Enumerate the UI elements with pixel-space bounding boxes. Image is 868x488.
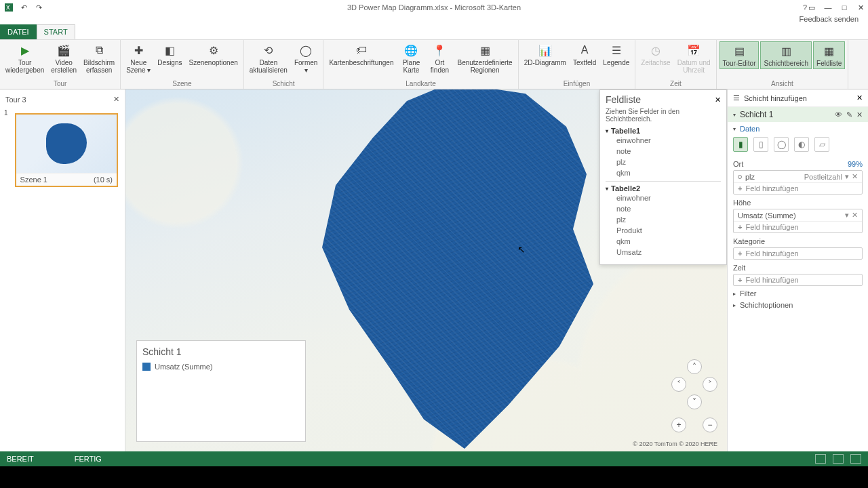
map-navigation: ˄ ˂ ˃ ˅ + − (671, 359, 717, 432)
add-height-field[interactable]: +Feld hinzufügen (734, 222, 862, 232)
timeline-button: ◷Zeitachse (638, 41, 673, 68)
section-data[interactable]: Daten (740, 125, 760, 133)
scene-thumbnail[interactable]: Szene 1 (10 s) (15, 113, 118, 187)
field-t2-plz[interactable]: plz (606, 214, 721, 225)
field-t1-einwohner[interactable]: einwohner (606, 135, 721, 146)
ribbon-tabs: DATEI START (0, 24, 868, 39)
section-layer-options[interactable]: ▸Schichtoptionen (733, 298, 863, 309)
ribbon-collapse-icon[interactable]: ▭ (807, 3, 816, 12)
group-scene: Szene (172, 79, 191, 89)
scene-index: 1 (0, 109, 8, 191)
minimize-icon[interactable]: — (823, 3, 833, 12)
scene-options-button[interactable]: ⚙Szenenoptionen (186, 41, 240, 68)
zoom-out-button[interactable]: − (703, 418, 717, 432)
status-ready: BEREIT (7, 455, 34, 463)
ribbon: ▶Tour wiedergeben 🎬Video erstellen ⧉Bild… (0, 39, 868, 89)
datetime-button: 📅Datum und Uhrzeit (675, 41, 713, 75)
field-t1-plz[interactable]: plz (606, 157, 721, 167)
ort-field-row[interactable]: plz Postleitzahl▾✕ (734, 171, 862, 183)
view-mode-3[interactable] (850, 454, 861, 464)
layer-pane-button[interactable]: ▥Schichtbereich (760, 41, 812, 69)
group-layer: Schicht (273, 79, 295, 89)
shapes-button[interactable]: ◯Formen ▾ (292, 41, 320, 75)
field-t2-produkt[interactable]: Produkt (606, 225, 721, 236)
custom-regions-button[interactable]: ▦Benutzerdefinierte Regionen (454, 41, 515, 75)
new-scene-button[interactable]: ✚Neue Szene ▾ (123, 41, 153, 75)
add-time-field[interactable]: +Feld hinzufügen (734, 274, 862, 285)
layer-rename-icon[interactable]: ✎ (846, 110, 852, 119)
create-video-button[interactable]: 🎬Video erstellen (48, 41, 79, 75)
field-t2-note[interactable]: note (606, 203, 721, 214)
layer-delete-icon[interactable]: ✕ (856, 110, 863, 119)
screen-capture-button[interactable]: ⧉Bildschirm erfassen (81, 41, 117, 75)
scene-duration: (10 s) (94, 176, 113, 184)
textbox-button[interactable]: ATextfeld (570, 41, 599, 68)
find-location-button[interactable]: 📍Ort finden (426, 41, 453, 75)
map-canvas[interactable]: ↖ Schicht 1 Umsatz (Summe) Feldliste ✕ Z… (125, 89, 727, 451)
tilt-up-button[interactable]: ˄ (687, 359, 702, 374)
field-t1-qkm[interactable]: qkm (606, 167, 721, 178)
viz-stacked-column[interactable]: ▮ (733, 137, 748, 152)
excel-icon: x (4, 3, 14, 12)
label-height: Höhe (733, 199, 751, 207)
remove-height-field-icon[interactable]: ✕ (852, 211, 858, 220)
layer-pane: ☰Schicht hinzufügen ✕ ▾Schicht 1 👁 ✎ ✕ ▾… (727, 89, 868, 451)
status-done: FERTIG (75, 455, 102, 463)
refresh-data-button[interactable]: ⟲Daten aktualisieren (247, 41, 290, 75)
scene-name: Szene 1 (20, 176, 47, 184)
tilt-down-button[interactable]: ˅ (687, 394, 702, 409)
feedback-link[interactable]: Feedback senden (800, 15, 859, 23)
status-bar: BEREIT FERTIG (0, 451, 868, 466)
legend-swatch (142, 363, 151, 371)
height-field-row[interactable]: Umsatz (Summe) ▾✕ (734, 209, 862, 222)
close-icon[interactable]: ✕ (856, 3, 865, 12)
legend-title: Schicht 1 (142, 346, 300, 357)
play-tour-button[interactable]: ▶Tour wiedergeben (3, 41, 47, 75)
tab-start[interactable]: START (37, 24, 75, 39)
layer-name[interactable]: Schicht 1 (740, 110, 773, 119)
viz-bubble[interactable]: ◯ (774, 137, 789, 152)
2d-chart-button[interactable]: 📊2D-Diagramm (521, 41, 569, 68)
ort-confidence[interactable]: 99% (848, 160, 863, 168)
viz-clustered-column[interactable]: ▯ (753, 137, 768, 152)
group-time: Zeit (670, 79, 682, 89)
tab-file[interactable]: DATEI (0, 24, 37, 39)
legend-item: Umsatz (Summe) (155, 363, 213, 371)
flat-map-button[interactable]: 🌐Plane Karte (397, 41, 425, 75)
field-list-close-icon[interactable]: ✕ (715, 96, 721, 104)
viz-heatmap[interactable]: ◐ (794, 137, 809, 152)
table1-header[interactable]: ▾Tabelle1 (606, 127, 721, 135)
rotate-right-button[interactable]: ˃ (703, 377, 717, 392)
view-mode-1[interactable] (815, 454, 826, 464)
maximize-icon[interactable]: □ (840, 3, 849, 12)
field-t2-qkm[interactable]: qkm (606, 236, 721, 247)
field-t2-umsatz[interactable]: Umsatz (606, 247, 721, 258)
legend-button[interactable]: ☰Legende (600, 41, 632, 68)
remove-ort-field-icon[interactable]: ✕ (852, 172, 858, 181)
zoom-in-button[interactable]: + (671, 418, 686, 432)
svg-text:x: x (6, 3, 10, 11)
map-labels-button[interactable]: 🏷Kartenbeschriftungen (326, 41, 396, 68)
field-t2-einwohner[interactable]: einwohner (606, 192, 721, 203)
viz-region[interactable]: ▱ (814, 137, 829, 152)
tour-editor-button[interactable]: ▤Tour-Editor (719, 41, 760, 69)
field-list-panel[interactable]: Feldliste ✕ Ziehen Sie Felder in den Sch… (599, 89, 727, 265)
layer-pane-close-icon[interactable]: ✕ (856, 94, 863, 102)
add-category-field[interactable]: +Feld hinzufügen (734, 248, 862, 259)
designs-button[interactable]: ◧Designs (155, 41, 184, 68)
redo-icon[interactable]: ↷ (34, 3, 43, 12)
view-mode-2[interactable] (833, 454, 844, 464)
field-t1-note[interactable]: note (606, 146, 721, 157)
add-layer-button[interactable]: Schicht hinzufügen (744, 94, 807, 102)
rotate-left-button[interactable]: ˂ (671, 377, 686, 392)
field-list-button[interactable]: ▦Feldliste (813, 41, 845, 69)
layers-icon: ☰ (733, 94, 740, 102)
legend-panel[interactable]: Schicht 1 Umsatz (Summe) (136, 340, 306, 442)
section-filter[interactable]: ▸Filter (733, 286, 863, 298)
table2-header[interactable]: ▾Tabelle2 (606, 184, 721, 192)
layer-visible-icon[interactable]: 👁 (835, 110, 842, 119)
tour-close-icon[interactable]: ✕ (113, 95, 119, 104)
undo-icon[interactable]: ↶ (19, 3, 28, 12)
group-view: Ansicht (771, 79, 793, 89)
add-ort-field[interactable]: +Feld hinzufügen (734, 183, 862, 194)
